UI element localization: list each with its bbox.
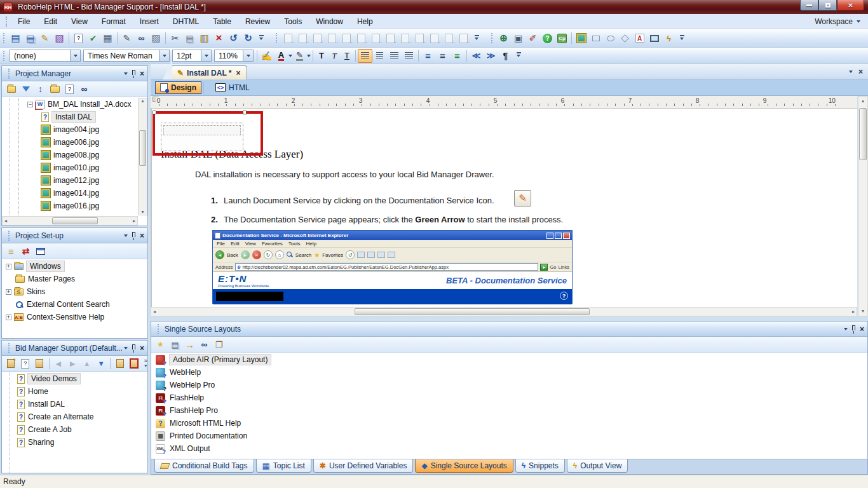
font-size-combobox[interactable]: 12pt [172,50,212,62]
duplicate-layout-button[interactable] [168,337,182,351]
menu-review[interactable]: Review [238,15,277,28]
tree-item-image[interactable]: image008.jpg [2,149,147,161]
toc-item-create-an-alternate[interactable]: ? Create an Alternate [2,410,147,423]
scroll-left-icon[interactable]: ◂ [4,219,7,224]
chevron-down-icon[interactable] [307,55,311,59]
tree-item-master-pages[interactable]: Master Pages [2,273,147,285]
polygon-tool-button[interactable] [618,31,632,45]
document-tab-install-dal[interactable]: ✎ Install DAL * × [171,65,247,79]
close-icon[interactable]: × [140,233,144,239]
layout-item-xml-output[interactable]: XML? XML Output [151,442,867,455]
scroll-up-icon[interactable]: ▴ [141,98,144,104]
screen-capture-button[interactable] [647,31,661,45]
layout-item-flashhelp-pro[interactable]: Fl? FlashHelp Pro [151,404,867,417]
new-layout-button[interactable] [153,337,168,351]
toolbar-overflow-button[interactable] [514,49,523,63]
close-icon[interactable]: × [140,71,144,77]
close-tab-icon[interactable]: × [236,69,241,78]
highlight-button[interactable]: ✎ [296,50,303,61]
step2-text[interactable]: The Documentation Service page appears; … [224,215,563,224]
font-color-button[interactable]: A [278,50,284,61]
design-view-button[interactable]: Design [155,81,201,94]
style-editor-button[interactable] [259,49,274,63]
toc-item-video-demos[interactable]: ? Video Demos [2,372,147,385]
scrollbar-thumb[interactable] [355,308,590,315]
view-button[interactable] [134,31,149,45]
chevron-down-icon[interactable] [844,328,848,332]
find-button[interactable] [77,82,92,96]
italic-button[interactable]: T [328,50,341,62]
tree-item-image[interactable]: image012.jpg [2,174,147,187]
tree-item-install-dal[interactable]: ? Install DAL [2,111,147,123]
justify-button[interactable] [402,49,416,63]
design-canvas[interactable]: Install DAL (Data Access Layer) DAL inst… [151,109,857,307]
bold-button[interactable]: T [315,50,328,62]
scroll-down-icon[interactable]: ▾ [141,210,144,215]
sync-files-button[interactable] [4,82,18,96]
menu-edit[interactable]: Edit [37,15,64,28]
sort-button[interactable] [33,82,48,96]
tree-vertical-scrollbar[interactable]: ▴ ▾ [138,98,147,215]
new-window-button[interactable] [33,244,48,258]
chevron-down-icon[interactable] [243,50,253,61]
undo-button[interactable] [226,31,241,45]
chevron-down-icon[interactable] [70,50,80,61]
chevron-down-icon[interactable] [124,72,128,77]
chevron-down-icon[interactable] [124,234,128,239]
layout-item-ms-html-help[interactable]: ? Microsoft HTML Help [151,417,867,430]
expand-icon[interactable] [6,264,11,269]
toolbar-overflow-button[interactable] [677,31,686,45]
multilevel-list-button[interactable] [450,49,465,63]
delete-button[interactable] [212,31,226,45]
tab-user-defined-variables[interactable]: ✱ User Defined Variables [313,459,414,473]
tree-item-image[interactable]: image004.jpg [2,123,147,136]
tab-snippets[interactable]: ϟ Snippets [515,459,565,473]
expand-icon[interactable] [6,315,11,320]
print-toc-button[interactable] [127,356,142,370]
filter-button[interactable] [18,82,33,96]
zoom-combobox[interactable]: 110% [214,50,254,62]
rectangle-tool-button[interactable] [588,31,603,45]
tree-item-docx[interactable]: W BM_DAL Install_JA.docx [2,98,147,111]
new-page-button[interactable]: ? [18,356,33,370]
new-book-button[interactable]: + [4,356,18,370]
layout-item-printed-documentation[interactable]: ▦ Printed Documentation [151,430,867,442]
tree-item-context-sensitive-help[interactable]: A:B Context-Sensitive Help [2,311,147,323]
intro-paragraph[interactable]: DAL installation is necessary to support… [195,170,494,179]
script-button[interactable] [661,31,676,45]
minimize-button[interactable] [800,0,818,11]
font-combobox[interactable]: Times New Roman [83,50,170,62]
menu-table[interactable]: Table [206,15,238,28]
tree-item-image[interactable]: image006.jpg [2,136,147,149]
sync-button[interactable] [18,244,33,258]
scroll-right-icon[interactable]: ▸ [852,309,855,315]
layout-item-webhelp[interactable]: ? WebHelp [151,366,867,379]
generate-button[interactable] [37,31,52,45]
editor-horizontal-scrollbar[interactable]: ◂ ▸ [151,307,857,316]
scroll-up-icon[interactable]: ▴ [862,98,864,104]
toolbar-overflow-button[interactable] [144,358,147,369]
whats-this-help-button[interactable]: ? [540,31,555,45]
scroll-right-icon[interactable]: ▸ [133,219,135,224]
align-left-button[interactable] [358,49,372,63]
increase-indent-button[interactable] [484,49,498,63]
menu-format[interactable]: Format [95,15,133,28]
auto-create-toc-button[interactable] [32,356,47,370]
show-paragraph-marks-button[interactable] [498,49,513,63]
step-number[interactable]: 2. [211,215,218,224]
restore-button[interactable] [818,0,837,11]
drawing-button[interactable] [526,31,540,45]
adobe-captivate-button[interactable]: Cp [555,31,569,45]
menu-file[interactable]: File [11,15,37,28]
documentation-service-icon[interactable] [514,190,531,207]
cut-button[interactable] [168,31,182,45]
tab-single-source-layouts[interactable]: ◆ Single Source Layouts [415,459,513,473]
html-view-button[interactable]: <> HTML [210,81,255,94]
layout-item-adobe-air[interactable]: ? Adobe AIR (Primary Layout) [151,353,867,366]
layout-item-flashhelp[interactable]: Fl? FlashHelp [151,391,867,404]
chevron-down-icon[interactable] [201,50,211,61]
chevron-down-icon[interactable] [124,347,128,351]
insert-image-button[interactable] [574,31,588,45]
toc-item-install-dal[interactable]: ? Install DAL [2,398,147,410]
tree-item-skins[interactable]: S Skins [2,285,147,298]
